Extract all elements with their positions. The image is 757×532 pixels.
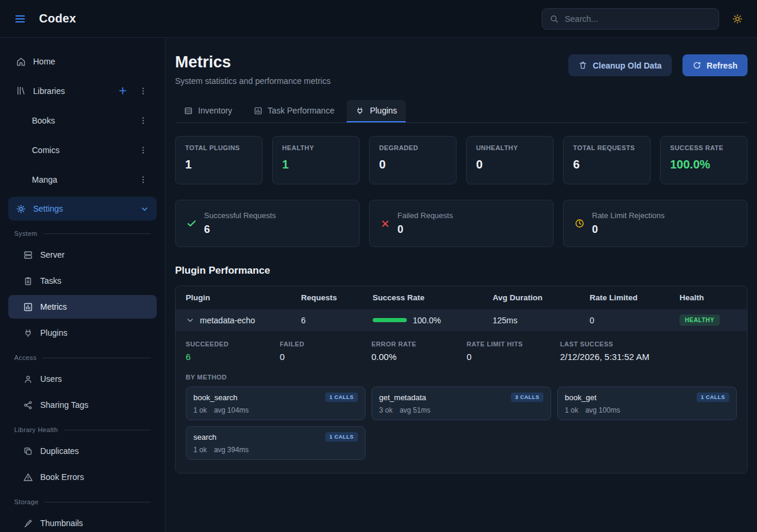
sidebar-item-label: Tasks bbox=[40, 276, 62, 286]
detail-label: LAST SUCCESS bbox=[560, 340, 737, 348]
stat-label: UNHEALTHY bbox=[476, 144, 544, 151]
stat-card-total-requests: TOTAL REQUESTS 6 bbox=[563, 136, 651, 184]
plugin-performance-table: Plugin Requests Success Rate Avg Duratio… bbox=[175, 286, 748, 473]
sidebar-item-books[interactable]: Books bbox=[8, 108, 157, 133]
plugin-avg-duration: 125ms bbox=[493, 316, 590, 325]
warning-triangle-icon bbox=[22, 472, 33, 482]
server-icon bbox=[22, 250, 33, 260]
app-title: Codex bbox=[39, 12, 76, 25]
sidebar-item-label: Book Errors bbox=[40, 472, 84, 482]
books-menu-button[interactable] bbox=[137, 114, 150, 127]
detail-value: 2/12/2026, 5:31:52 AM bbox=[560, 352, 737, 362]
top-header: Codex bbox=[0, 0, 757, 38]
method-cards: book_search 1 CALLS 1 ok avg 104ms get_m… bbox=[186, 387, 737, 460]
sidebar-item-server[interactable]: Server bbox=[8, 243, 157, 267]
collapse-chevron-icon[interactable] bbox=[186, 316, 195, 325]
method-card-book-search: book_search 1 CALLS 1 ok avg 104ms bbox=[186, 387, 365, 420]
detail-value: 0.00% bbox=[371, 352, 467, 362]
plugin-rate-limited: 0 bbox=[590, 316, 680, 325]
card-label: Rate Limit Rejections bbox=[592, 211, 665, 220]
calls-badge: 3 CALLS bbox=[511, 392, 544, 402]
manga-menu-button[interactable] bbox=[137, 173, 150, 186]
sidebar-item-sharing-tags[interactable]: Sharing Tags bbox=[8, 393, 157, 417]
search-box[interactable] bbox=[542, 8, 719, 30]
tab-task-performance[interactable]: Task Performance bbox=[245, 100, 344, 122]
sidebar-item-plugins[interactable]: Plugins bbox=[8, 321, 157, 345]
request-summary-cards: Successful Requests 6 Failed Requests 0 … bbox=[175, 200, 748, 247]
page-title: Metrics bbox=[175, 53, 331, 72]
refresh-icon bbox=[693, 61, 701, 70]
method-name: book_get bbox=[565, 393, 597, 402]
card-text: Successful Requests 6 bbox=[204, 211, 276, 236]
stat-value: 0 bbox=[379, 158, 447, 171]
sidebar-item-thumbnails[interactable]: Thumbnails bbox=[8, 511, 157, 532]
card-value: 6 bbox=[204, 223, 276, 236]
detail-value: 0 bbox=[280, 352, 371, 362]
check-icon bbox=[186, 218, 197, 229]
plug-icon bbox=[355, 106, 364, 115]
card-value: 0 bbox=[397, 223, 453, 236]
detail-failed: FAILED 0 bbox=[280, 340, 371, 362]
sidebar-item-label: Libraries bbox=[33, 86, 109, 96]
user-icon bbox=[22, 374, 33, 384]
column-header-health: Health bbox=[680, 293, 737, 302]
sidebar-item-label: Settings bbox=[33, 204, 132, 213]
tab-plugins[interactable]: Plugins bbox=[347, 100, 406, 122]
libraries-menu-button[interactable] bbox=[137, 85, 150, 98]
sidebar-item-label: Sharing Tags bbox=[40, 400, 88, 410]
sidebar-item-libraries[interactable]: Libraries bbox=[8, 78, 157, 103]
detail-rate-limit-hits: RATE LIMIT HITS 0 bbox=[467, 340, 560, 362]
menu-button[interactable] bbox=[11, 9, 30, 28]
refresh-button[interactable]: Refresh bbox=[682, 54, 748, 76]
stat-value: 1 bbox=[185, 158, 253, 171]
search-input[interactable] bbox=[564, 14, 711, 24]
sidebar-section-library-health: Library Health bbox=[14, 426, 151, 433]
stat-cards: TOTAL PLUGINS 1 HEALTHY 1 DEGRADED 0 UNH… bbox=[175, 136, 748, 184]
sidebar-item-users[interactable]: Users bbox=[8, 367, 157, 391]
theme-toggle-button[interactable] bbox=[729, 10, 746, 28]
sidebar-item-metrics[interactable]: Metrics bbox=[8, 295, 157, 319]
sidebar-item-tasks[interactable]: Tasks bbox=[8, 269, 157, 293]
sidebar-section-access: Access bbox=[14, 354, 151, 361]
sidebar-item-label: Comics bbox=[32, 145, 130, 155]
calls-badge: 1 CALLS bbox=[697, 392, 729, 402]
plugin-row-metadata-echo[interactable]: metadata-echo 6 100.0% 125ms 0 HEALTHY bbox=[176, 309, 747, 331]
sidebar: Home Libraries Books Comics Manga bbox=[0, 38, 166, 532]
stat-value: 100.0% bbox=[670, 158, 737, 171]
detail-label: RATE LIMIT HITS bbox=[467, 340, 560, 348]
stat-card-degraded: DEGRADED 0 bbox=[369, 136, 457, 184]
stat-label: TOTAL REQUESTS bbox=[573, 144, 640, 151]
home-icon bbox=[15, 57, 26, 67]
cleanup-old-data-button[interactable]: Cleanup Old Data bbox=[568, 54, 672, 76]
sidebar-item-comics[interactable]: Comics bbox=[8, 138, 157, 163]
sidebar-item-label: Duplicates bbox=[40, 446, 79, 456]
sidebar-item-label: Manga bbox=[32, 175, 130, 184]
sidebar-section-storage: Storage bbox=[14, 498, 151, 505]
sidebar-item-duplicates[interactable]: Duplicates bbox=[8, 439, 157, 463]
brush-icon bbox=[22, 518, 33, 528]
metrics-tabs: Inventory Task Performance Plugins bbox=[175, 100, 748, 123]
method-card-search: search 1 CALLS 1 ok avg 394ms bbox=[186, 426, 365, 460]
rate-limit-rejections-card: Rate Limit Rejections 0 bbox=[563, 200, 748, 247]
plugin-detail-stats: SUCCEEDED 6 FAILED 0 ERROR RATE 0.00% RA… bbox=[186, 340, 737, 362]
comics-menu-button[interactable] bbox=[137, 144, 150, 157]
sidebar-item-book-errors[interactable]: Book Errors bbox=[8, 465, 157, 489]
success-rate-bar-fill bbox=[373, 318, 407, 322]
add-library-button[interactable] bbox=[116, 84, 130, 98]
column-header-avg-duration: Avg Duration bbox=[493, 293, 590, 302]
stat-card-success-rate: SUCCESS RATE 100.0% bbox=[660, 136, 748, 184]
method-card-book-get: book_get 1 CALLS 1 ok avg 100ms bbox=[557, 387, 737, 420]
kebab-icon bbox=[138, 175, 148, 184]
method-stats: 3 ok avg 51ms bbox=[379, 406, 544, 414]
tab-inventory[interactable]: Inventory bbox=[175, 100, 241, 122]
failed-requests-card: Failed Requests 0 bbox=[369, 200, 554, 247]
stat-card-unhealthy: UNHEALTHY 0 bbox=[466, 136, 554, 184]
sidebar-item-home[interactable]: Home bbox=[8, 50, 157, 73]
by-method-label: BY METHOD bbox=[186, 374, 737, 381]
tab-label: Plugins bbox=[370, 106, 397, 115]
method-name: search bbox=[193, 433, 216, 442]
method-stats: 1 ok avg 100ms bbox=[565, 406, 729, 414]
sidebar-item-settings[interactable]: Settings bbox=[8, 197, 157, 220]
sidebar-item-manga[interactable]: Manga bbox=[8, 167, 157, 192]
column-header-rate-limited: Rate Limited bbox=[590, 293, 680, 302]
